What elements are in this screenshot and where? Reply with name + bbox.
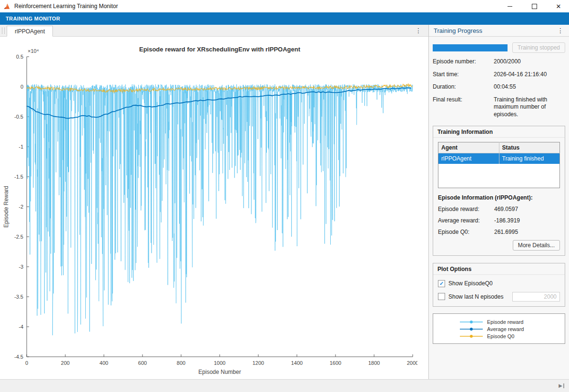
x-tick-label: 2000 bbox=[407, 360, 417, 366]
maximize-button[interactable] bbox=[524, 0, 545, 12]
agents-table-header-row: Agent Status bbox=[438, 142, 560, 153]
x-tick-label: 600 bbox=[138, 360, 147, 366]
series-episode-reward bbox=[27, 84, 413, 335]
training-progress-fill bbox=[433, 44, 508, 51]
y-axis-multiplier: ×10⁴ bbox=[28, 48, 39, 54]
x-tick-label: 800 bbox=[177, 360, 185, 366]
group-content: ✓ Show EpisodeQ0 Show last N episodes bbox=[433, 275, 565, 306]
field-final-result: Final result: Training finished with max… bbox=[433, 96, 565, 119]
field-duration: Duration: 00:04:55 bbox=[433, 83, 565, 91]
window-title: Reinforcement Learning Training Monitor bbox=[14, 3, 118, 10]
more-details-button[interactable]: More Details... bbox=[513, 240, 560, 251]
toolstrip-label: TRAINING MONITOR bbox=[6, 16, 60, 21]
table-row-rlppoagent[interactable]: rlPPOAgent Training finished bbox=[438, 153, 560, 164]
y-tick-label: -4 bbox=[19, 324, 23, 330]
checkbox-label: Show last N episodes bbox=[448, 293, 503, 300]
field-label: Episode Q0: bbox=[438, 229, 494, 235]
group-title: Training Information bbox=[433, 126, 565, 138]
x-axis-label: Episode Number bbox=[198, 369, 241, 375]
panel-title: Training Progress bbox=[434, 27, 482, 34]
x-tick-label: 1000 bbox=[214, 360, 225, 366]
close-button[interactable]: ✕ bbox=[548, 0, 569, 12]
y-tick-label: -2 bbox=[19, 204, 23, 210]
panel-header: Training Progress ⋮ bbox=[429, 25, 569, 37]
show-episodeq0-option: ✓ Show EpisodeQ0 bbox=[438, 280, 560, 287]
table-empty-area bbox=[438, 164, 560, 188]
collapse-panel-icon[interactable]: ▶ bbox=[559, 383, 564, 388]
legend-line-icon bbox=[459, 326, 484, 332]
legend-label: Average reward bbox=[487, 326, 524, 332]
chart-legend: Episode rewardAverage rewardEpisode Q0 bbox=[433, 313, 565, 344]
episode-reward-row: Episode reward: 469.0597 bbox=[438, 206, 560, 212]
field-value: 2026-04-16 21:16:40 bbox=[494, 71, 565, 79]
field-value: 2000/2000 bbox=[494, 58, 565, 66]
y-axis-label: Episode Reward bbox=[3, 186, 10, 228]
field-value: -186.3919 bbox=[494, 217, 520, 224]
field-value: 261.6995 bbox=[494, 229, 518, 235]
tab-strip-grip-icon bbox=[2, 28, 5, 34]
y-tick-label: -4.5 bbox=[14, 354, 23, 360]
tab-overflow-icon[interactable]: ⋮ bbox=[412, 27, 425, 34]
last-n-episodes-input bbox=[512, 292, 560, 302]
show-last-n-checkbox[interactable] bbox=[438, 293, 445, 300]
panel-overflow-icon[interactable]: ⋮ bbox=[555, 27, 566, 34]
x-tick-label: 200 bbox=[61, 360, 70, 366]
legend-line-icon bbox=[459, 319, 484, 325]
tab-rlppoagent[interactable]: rlPPOAgent bbox=[7, 26, 53, 37]
legend-item: Average reward bbox=[459, 326, 539, 332]
plot-options-group: Plot Options ✓ Show EpisodeQ0 Show last … bbox=[433, 263, 565, 307]
field-label: Episode reward: bbox=[438, 206, 494, 212]
legend-label: Episode Q0 bbox=[487, 333, 514, 339]
document-area: rlPPOAgent ⋮ Episode reward for XRschedu… bbox=[0, 25, 428, 379]
agents-table: Agent Status rlPPOAgent Training finishe… bbox=[438, 142, 560, 188]
show-episodeq0-checkbox[interactable]: ✓ bbox=[438, 280, 445, 287]
field-label: Duration: bbox=[433, 83, 494, 91]
progress-row: Training stopped bbox=[433, 42, 565, 53]
field-label: Start time: bbox=[433, 71, 494, 79]
training-progress-panel: Training Progress ⋮ Training stopped Epi… bbox=[428, 25, 569, 379]
chart-title: Episode reward for XRschedulingEnv with … bbox=[139, 46, 301, 53]
y-tick-label: 0.5 bbox=[16, 54, 23, 60]
show-last-n-option: Show last N episodes bbox=[438, 292, 560, 302]
y-tick-label: -0.5 bbox=[14, 114, 23, 120]
training-information-group: Training Information Agent Status rlPPOA… bbox=[433, 126, 565, 256]
field-start-time: Start time: 2026-04-16 21:16:40 bbox=[433, 71, 565, 79]
tab-strip: rlPPOAgent ⋮ bbox=[0, 25, 428, 37]
close-icon: ✕ bbox=[556, 3, 561, 10]
y-tick-label: -3 bbox=[19, 264, 23, 270]
field-value: 469.0597 bbox=[494, 206, 518, 212]
x-tick-label: 0 bbox=[25, 360, 28, 366]
field-label: Final result: bbox=[433, 96, 494, 119]
y-tick-label: 0 bbox=[20, 84, 23, 90]
field-value: 00:04:55 bbox=[494, 83, 565, 91]
legend-item: Episode Q0 bbox=[459, 333, 539, 339]
panel-body: Training stopped Episode number: 2000/20… bbox=[429, 37, 569, 379]
column-header-status: Status bbox=[499, 142, 560, 153]
field-label: Episode number: bbox=[433, 58, 494, 66]
y-tick-label: -2.5 bbox=[14, 234, 23, 240]
group-content: Agent Status rlPPOAgent Training finishe… bbox=[433, 138, 565, 255]
minimize-icon bbox=[508, 6, 512, 7]
column-header-agent: Agent bbox=[438, 142, 499, 153]
cell-status: Training finished bbox=[499, 153, 560, 164]
maximize-icon bbox=[532, 4, 537, 9]
figure-canvas: Episode reward for XRschedulingEnv with … bbox=[0, 37, 428, 379]
y-tick-label: -1.5 bbox=[14, 174, 23, 180]
legend-line-icon bbox=[459, 333, 484, 339]
matlab-logo-icon bbox=[4, 3, 11, 10]
field-label: Average reward: bbox=[438, 217, 494, 224]
x-tick-label: 1200 bbox=[253, 360, 264, 366]
x-tick-label: 1400 bbox=[291, 360, 303, 366]
minimize-button[interactable] bbox=[499, 0, 520, 12]
checkbox-label: Show EpisodeQ0 bbox=[448, 280, 493, 287]
app-window: Reinforcement Learning Training Monitor … bbox=[0, 0, 569, 392]
episode-information-title: Episode Information (rlPPOAgent): bbox=[438, 194, 560, 201]
training-stopped-button: Training stopped bbox=[512, 42, 565, 53]
x-tick-label: 1600 bbox=[330, 360, 341, 366]
training-progress-bar bbox=[433, 44, 508, 51]
episode-q0-row: Episode Q0: 261.6995 bbox=[438, 229, 560, 235]
toolstrip-tab-training-monitor[interactable]: TRAINING MONITOR bbox=[0, 12, 569, 25]
cell-agent: rlPPOAgent bbox=[438, 153, 499, 164]
main-area: rlPPOAgent ⋮ Episode reward for XRschedu… bbox=[0, 25, 569, 379]
group-title: Plot Options bbox=[433, 263, 565, 275]
